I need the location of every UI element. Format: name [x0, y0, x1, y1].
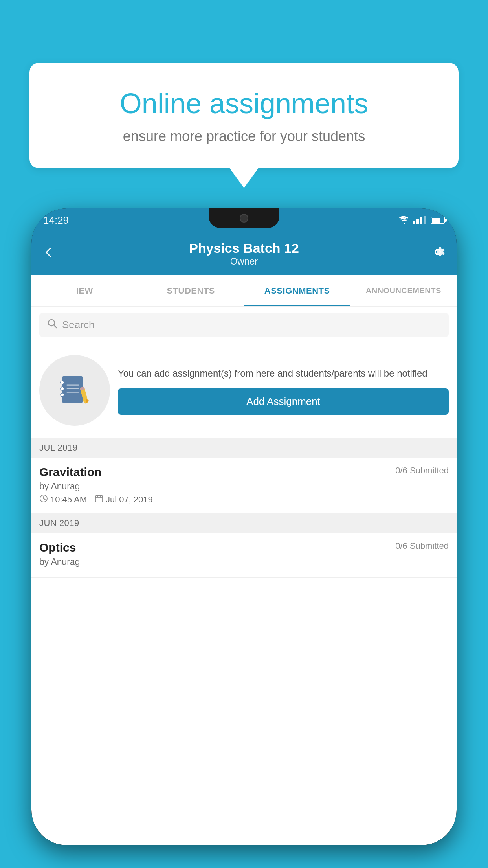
status-icons: [399, 216, 445, 224]
back-button[interactable]: [42, 245, 54, 262]
battery-icon: [431, 217, 445, 224]
calendar-icon: [95, 494, 103, 505]
search-bar[interactable]: Search: [39, 313, 449, 337]
svg-line-1: [54, 325, 57, 328]
assignment-meta: 10:45 AM Jul 07, 2019: [39, 494, 449, 505]
optics-submitted: 0/6 Submitted: [395, 541, 449, 551]
add-assignment-button[interactable]: Add Assignment: [118, 388, 449, 415]
search-bar-container: Search: [31, 307, 457, 343]
svg-rect-2: [62, 376, 83, 403]
header-subtitle: Owner: [189, 256, 299, 267]
assignment-name: Gravitation: [39, 465, 101, 479]
assignment-by: by Anurag: [39, 481, 449, 492]
phone-notch: [209, 208, 279, 228]
svg-point-4: [61, 387, 64, 390]
settings-button[interactable]: [430, 244, 446, 263]
section-jul-2019: JUL 2019: [31, 438, 457, 458]
wifi-icon: [399, 216, 410, 224]
assignment-time: 10:45 AM: [39, 494, 87, 505]
status-time: 14:29: [43, 214, 69, 226]
bubble-title: Online assignments: [57, 86, 431, 120]
optics-name: Optics: [39, 541, 76, 554]
front-camera: [240, 214, 248, 223]
assignment-optics-top-row: Optics 0/6 Submitted: [39, 541, 449, 554]
svg-point-3: [61, 381, 64, 384]
assignment-date: Jul 07, 2019: [95, 494, 153, 505]
phone-frame: 14:29: [31, 208, 457, 845]
svg-point-5: [61, 393, 64, 397]
bubble-subtitle: ensure more practice for your students: [57, 128, 431, 145]
add-assignment-area: You can add assignment(s) from here and …: [31, 343, 457, 438]
app-header: Physics Batch 12 Owner: [31, 232, 457, 275]
assignment-icon-circle: [39, 355, 110, 426]
phone-content: Search: [31, 307, 457, 845]
tab-students[interactable]: STUDENTS: [138, 275, 244, 306]
clock-icon: [39, 494, 48, 505]
header-center: Physics Batch 12 Owner: [189, 241, 299, 267]
add-assignment-text: You can add assignment(s) from here and …: [118, 366, 449, 381]
assignment-item-gravitation[interactable]: Gravitation 0/6 Submitted by Anurag: [31, 458, 457, 513]
add-assignment-right: You can add assignment(s) from here and …: [118, 366, 449, 415]
search-icon: [47, 318, 57, 331]
tab-announcements[interactable]: ANNOUNCEMENTS: [350, 275, 457, 306]
gear-icon: [430, 244, 446, 260]
signal-icon: [413, 216, 426, 224]
optics-by: by Anurag: [39, 557, 449, 567]
assignment-top-row: Gravitation 0/6 Submitted: [39, 465, 449, 479]
search-placeholder: Search: [62, 319, 94, 331]
svg-rect-15: [95, 496, 103, 502]
speech-bubble: Online assignments ensure more practice …: [29, 63, 459, 168]
phone-wrapper: 14:29: [31, 208, 457, 868]
svg-line-14: [44, 498, 45, 500]
assignment-item-optics[interactable]: Optics 0/6 Submitted by Anurag: [31, 533, 457, 578]
assignment-submitted: 0/6 Submitted: [395, 465, 449, 476]
tab-iew[interactable]: IEW: [31, 275, 138, 306]
tab-assignments[interactable]: ASSIGNMENTS: [244, 275, 350, 306]
tabs-bar: IEW STUDENTS ASSIGNMENTS ANNOUNCEMENTS: [31, 275, 457, 307]
header-title: Physics Batch 12: [189, 241, 299, 256]
section-jun-2019: JUN 2019: [31, 513, 457, 533]
notebook-icon: [57, 373, 92, 408]
speech-bubble-container: Online assignments ensure more practice …: [29, 63, 459, 168]
